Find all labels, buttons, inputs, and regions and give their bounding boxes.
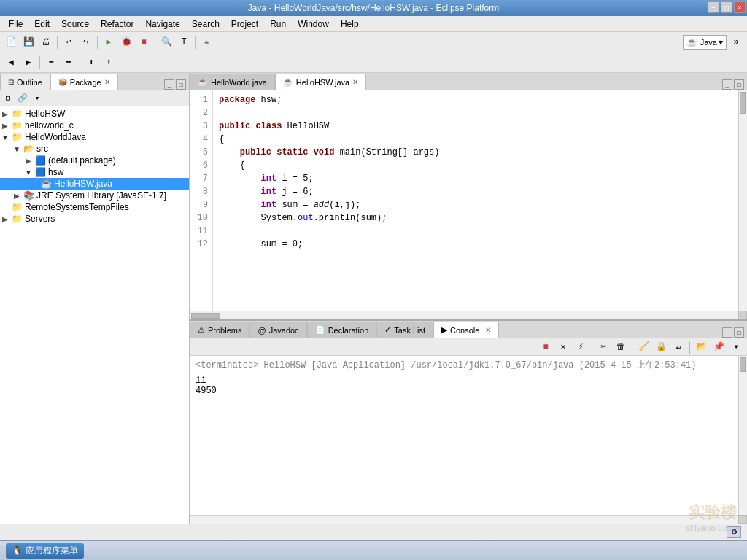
new-button[interactable]: 📄 — [3, 34, 19, 50]
maximize-button[interactable]: □ — [721, 1, 732, 13]
close-button[interactable]: × — [734, 1, 746, 13]
editor-minimize-button[interactable]: _ — [722, 79, 732, 90]
open-type-button[interactable]: T — [176, 34, 192, 50]
tree-item-servers[interactable]: ▶ 📁 Servers — [0, 213, 189, 225]
prev-annotation-button[interactable]: ⬆ — [83, 55, 99, 71]
tab-declaration[interactable]: 📄 Declaration — [307, 322, 377, 338]
code-line-11 — [219, 225, 732, 238]
tab-HelloWorld-java[interactable]: ☕ HelloWorld.java — [190, 74, 275, 90]
tree-item-HelloHSW[interactable]: ▶ 📁 HelloHSW — [0, 108, 189, 120]
menu-edit[interactable]: Edit — [28, 18, 55, 31]
apps-menu-button[interactable]: 🐧 应用程序菜单 — [6, 543, 84, 559]
stop-console-button[interactable]: ■ — [538, 339, 554, 355]
toolbar-more[interactable]: » — [728, 34, 744, 50]
menu-help[interactable]: Help — [335, 18, 365, 31]
open-console-button[interactable]: 📂 — [693, 339, 709, 355]
console-panel-controls: _ □ — [722, 327, 747, 338]
tab-outline[interactable]: ⊟ Outline — [0, 74, 50, 90]
console-view-menu[interactable]: ▾ — [728, 339, 744, 355]
menu-project[interactable]: Project — [225, 18, 264, 31]
perspective-dropdown[interactable]: ☕ Java ▾ — [683, 35, 727, 50]
tab-HelloHSW-java[interactable]: ☕ HelloHSW.java ✕ — [275, 74, 366, 90]
tab-javadoc[interactable]: @ Javadoc — [249, 322, 306, 338]
next-annotation-button[interactable]: ⬇ — [101, 55, 117, 71]
package-explorer-tree[interactable]: ▶ 📁 HelloHSW ▶ 📁 helloworld_c ▼ 📁 HelloW… — [0, 106, 189, 524]
console-vertical-scrollbar[interactable] — [738, 356, 747, 515]
console-horizontal-scrollbar[interactable] — [190, 515, 738, 524]
problems-icon: ⚠ — [198, 325, 205, 335]
tree-item-default-package[interactable]: ▶ 🟦 (default package) — [0, 155, 189, 166]
output-line-1: 11 — [196, 376, 732, 386]
clear-console-button[interactable]: 🧹 — [635, 339, 651, 355]
redo-button[interactable]: ↪ — [78, 34, 94, 50]
hellohsw-tab-icon: ☕ — [283, 77, 293, 87]
label-remote: RemoteSystemsTempFiles — [25, 202, 129, 212]
left-toolbar: ⊟ 🔗 ▾ — [0, 90, 189, 106]
pin-console-button[interactable]: 📌 — [711, 339, 727, 355]
disconnect-button[interactable]: ⚡ — [573, 339, 589, 355]
word-wrap-button[interactable]: ↵ — [670, 339, 686, 355]
tree-item-hsw[interactable]: ▼ 🟦 hsw — [0, 166, 189, 178]
watermark-line1: 实验楼 — [689, 502, 737, 524]
tab-tasklist[interactable]: ✓ Task List — [376, 322, 433, 338]
tree-item-JRE[interactable]: ▶ 📚 JRE System Library [JavaSE-1.7] — [0, 190, 189, 201]
menu-navigate[interactable]: Navigate — [139, 18, 185, 31]
minimize-button[interactable]: − — [708, 1, 719, 13]
link-with-editor-button[interactable]: 🔗 — [16, 92, 29, 105]
sep-3 — [155, 36, 155, 49]
console-sep-1 — [592, 341, 592, 354]
editor-horizontal-scrollbar[interactable] — [190, 311, 738, 319]
view-menu-button[interactable]: ▾ — [31, 92, 44, 105]
editor-maximize-button[interactable]: □ — [734, 79, 744, 90]
prev-edit-button[interactable]: ⬅ — [43, 55, 59, 71]
search-button[interactable]: 🔍 — [158, 34, 174, 50]
declaration-label: Declaration — [328, 326, 369, 335]
left-maximize-button[interactable]: □ — [176, 79, 186, 90]
open-java-persp-button[interactable]: ☕ — [198, 34, 214, 50]
undo-button[interactable]: ↩ — [61, 34, 77, 50]
console-maximize-button[interactable]: □ — [734, 327, 744, 338]
code-line-3: public class HelloHSW — [219, 120, 732, 133]
tab-package[interactable]: 📦 Package ✕ — [50, 74, 118, 90]
menu-source[interactable]: Source — [55, 18, 95, 31]
arrow-default-package: ▶ — [23, 157, 34, 165]
console-output[interactable]: <terminated> HelloHSW [Java Application]… — [190, 356, 738, 515]
collapse-all-button[interactable]: ⊟ — [1, 92, 15, 105]
package-close[interactable]: ✕ — [104, 78, 110, 86]
remove-all-button[interactable]: 🗑 — [613, 339, 629, 355]
debug-button[interactable]: 🐞 — [118, 34, 134, 50]
menu-refactor[interactable]: Refactor — [95, 18, 139, 31]
code-line-6: { — [219, 159, 732, 172]
left-minimize-button[interactable]: _ — [164, 79, 174, 90]
tasklist-icon: ✓ — [384, 325, 391, 335]
menu-run[interactable]: Run — [264, 18, 292, 31]
stop-button[interactable]: ■ — [136, 34, 152, 50]
console-tab-close[interactable]: ✕ — [485, 326, 491, 334]
editor-vertical-scrollbar[interactable] — [738, 90, 747, 311]
tree-item-helloworld_c[interactable]: ▶ 📁 helloworld_c — [0, 120, 189, 131]
menu-window[interactable]: Window — [292, 18, 335, 31]
remove-launch-button[interactable]: ✂ — [595, 339, 611, 355]
console-minimize-button[interactable]: _ — [722, 327, 732, 338]
terminate-button[interactable]: ✕ — [555, 339, 571, 355]
tab-problems[interactable]: ⚠ Problems — [190, 322, 249, 338]
next-edit-button[interactable]: ➡ — [61, 55, 77, 71]
scroll-lock-button[interactable]: 🔒 — [653, 339, 669, 355]
print-button[interactable]: 🖨 — [38, 34, 54, 50]
code-editor[interactable]: package hsw; public class HelloHSW { pub… — [213, 90, 738, 311]
hellohsw-tab-close[interactable]: ✕ — [352, 78, 358, 86]
menu-search[interactable]: Search — [186, 18, 225, 31]
tree-item-HelloHSW-java[interactable]: ☕ HelloHSW.java — [0, 178, 189, 190]
forward-button[interactable]: ▶ — [20, 55, 36, 71]
run-button[interactable]: ▶ — [101, 34, 117, 50]
console-sep-2 — [632, 341, 632, 354]
menu-file[interactable]: File — [3, 18, 28, 31]
tree-item-HelloWorldJava[interactable]: ▼ 📁 HelloWorldJava — [0, 131, 189, 143]
console-label: Console — [450, 326, 479, 335]
back-button[interactable]: ◀ — [3, 55, 19, 71]
save-button[interactable]: 💾 — [20, 34, 36, 50]
tab-console[interactable]: ▶ Console ✕ — [433, 322, 499, 338]
tree-item-remote[interactable]: 📁 RemoteSystemsTempFiles — [0, 201, 189, 213]
icon-hsw: 🟦 — [34, 167, 47, 177]
tree-item-src[interactable]: ▼ 📂 src — [0, 143, 189, 155]
